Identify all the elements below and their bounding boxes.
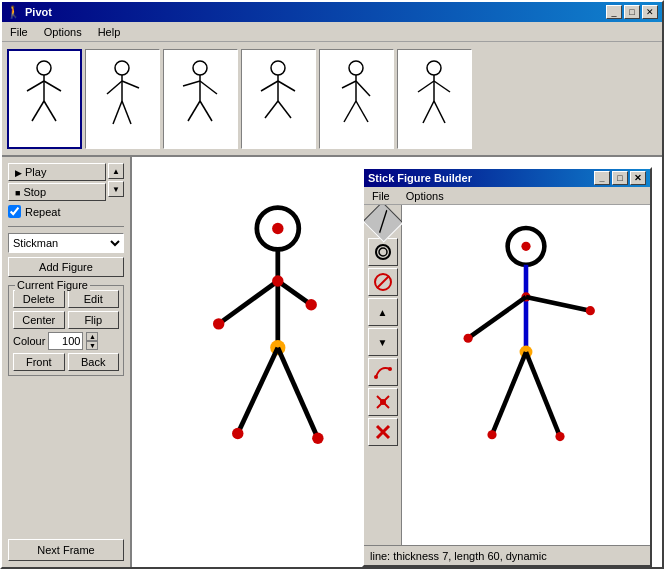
- repeat-row: Repeat: [8, 203, 106, 220]
- colour-spin-up[interactable]: ▲: [86, 332, 98, 341]
- canvas-area[interactable]: Stick Figure Builder _ □ ✕ File Options …: [132, 157, 662, 567]
- sfb-title-text: Stick Figure Builder: [368, 172, 472, 184]
- flip-button[interactable]: Flip: [68, 311, 120, 329]
- title-bar-text: 🚶 Pivot: [6, 5, 52, 19]
- sfb-toolbar: ╲ ▲ ▼: [364, 205, 402, 545]
- sfb-tool-down[interactable]: ▼: [368, 328, 398, 356]
- sfb-minimize-button[interactable]: _: [594, 171, 610, 185]
- colour-spin-down[interactable]: ▼: [86, 341, 98, 350]
- minimize-button[interactable]: _: [606, 5, 622, 19]
- colour-row: Colour ▲ ▼: [13, 332, 119, 350]
- svg-line-71: [468, 297, 526, 338]
- playback-section: Play Stop Repeat ▲ ▼: [8, 163, 124, 220]
- colour-label: Colour: [13, 335, 45, 347]
- play-label: Play: [25, 166, 46, 178]
- scroll-up-button[interactable]: ▲: [108, 163, 124, 179]
- scroll-down-button[interactable]: ▼: [108, 181, 124, 197]
- playback-buttons: Play Stop Repeat: [8, 163, 106, 220]
- window-title: Pivot: [25, 6, 52, 18]
- add-figure-button[interactable]: Add Figure: [8, 257, 124, 277]
- sfb-tool-curve[interactable]: [368, 358, 398, 386]
- sfb-tool-line[interactable]: ╲: [364, 205, 403, 243]
- sfb-tool-cross[interactable]: [368, 388, 398, 416]
- svg-line-14: [183, 81, 200, 86]
- left-panel: Play Stop Repeat ▲ ▼: [2, 157, 132, 567]
- frame-5[interactable]: [319, 49, 394, 149]
- back-button[interactable]: Back: [68, 353, 120, 371]
- sfb-tool-delete[interactable]: [368, 418, 398, 446]
- title-bar: 🚶 Pivot _ □ ✕: [2, 2, 662, 22]
- svg-point-67: [521, 242, 530, 251]
- sfb-tool-no[interactable]: [368, 268, 398, 296]
- frame-2[interactable]: [85, 49, 160, 149]
- sfb-canvas[interactable]: [402, 205, 650, 545]
- sfb-tool-up[interactable]: ▲: [368, 298, 398, 326]
- frame-3[interactable]: [163, 49, 238, 149]
- divider-1: [8, 226, 124, 227]
- frame-4[interactable]: [241, 49, 316, 149]
- figure-select[interactable]: Stickman: [8, 233, 124, 253]
- menu-help[interactable]: Help: [94, 25, 125, 39]
- svg-point-48: [272, 275, 283, 286]
- svg-line-9: [122, 81, 139, 88]
- sfb-maximize-button[interactable]: □: [612, 171, 628, 185]
- main-area: Play Stop Repeat ▲ ▼: [2, 157, 662, 567]
- maximize-button[interactable]: □: [624, 5, 640, 19]
- sfb-window: Stick Figure Builder _ □ ✕ File Options …: [362, 167, 652, 567]
- svg-line-15: [200, 81, 217, 94]
- svg-line-58: [377, 276, 389, 288]
- svg-point-18: [271, 61, 285, 75]
- frame-1[interactable]: [7, 49, 82, 149]
- svg-line-35: [434, 101, 445, 123]
- svg-line-29: [356, 101, 368, 122]
- sfb-canvas-svg: [402, 205, 650, 545]
- svg-point-6: [115, 61, 129, 75]
- svg-line-20: [261, 81, 278, 91]
- svg-point-55: [376, 245, 390, 259]
- next-frame-button[interactable]: Next Frame: [8, 539, 124, 561]
- svg-point-60: [388, 367, 392, 371]
- svg-line-73: [526, 297, 590, 311]
- svg-point-24: [349, 61, 363, 75]
- svg-line-21: [278, 81, 295, 91]
- sfb-title-bar: Stick Figure Builder _ □ ✕: [364, 169, 650, 187]
- center-button[interactable]: Center: [13, 311, 65, 329]
- menu-file[interactable]: File: [6, 25, 32, 39]
- app-icon: 🚶: [6, 5, 21, 19]
- current-figure-group: Current Figure Delete Edit Center Flip C…: [8, 285, 124, 376]
- front-button[interactable]: Front: [13, 353, 65, 371]
- current-figure-title: Current Figure: [15, 279, 90, 291]
- close-button[interactable]: ✕: [642, 5, 658, 19]
- frame-6[interactable]: [397, 49, 472, 149]
- stop-button[interactable]: Stop: [8, 183, 106, 201]
- stop-icon: [15, 186, 20, 198]
- colour-input[interactable]: [48, 332, 83, 350]
- svg-point-47: [312, 433, 323, 444]
- svg-line-5: [44, 101, 56, 121]
- svg-line-77: [526, 352, 560, 437]
- svg-line-46: [278, 348, 318, 439]
- edit-button[interactable]: Edit: [68, 290, 120, 308]
- center-flip-row: Center Flip: [13, 311, 119, 329]
- play-button[interactable]: Play: [8, 163, 106, 181]
- frames-strip: [2, 42, 662, 157]
- svg-line-75: [492, 352, 526, 435]
- svg-line-34: [423, 101, 434, 123]
- svg-point-74: [586, 306, 595, 315]
- menu-options[interactable]: Options: [40, 25, 86, 39]
- svg-line-40: [219, 281, 278, 324]
- svg-line-42: [278, 281, 311, 305]
- main-window: 🚶 Pivot _ □ ✕ File Options Help: [0, 0, 664, 569]
- sfb-menu-options[interactable]: Options: [402, 189, 448, 203]
- svg-line-27: [356, 81, 370, 96]
- svg-line-8: [107, 81, 122, 94]
- svg-point-63: [380, 399, 386, 405]
- repeat-checkbox[interactable]: [8, 205, 21, 218]
- svg-line-44: [238, 348, 278, 434]
- sfb-menu-file[interactable]: File: [368, 189, 394, 203]
- svg-line-23: [278, 101, 291, 118]
- svg-line-2: [27, 81, 44, 91]
- menu-bar: File Options Help: [2, 22, 662, 42]
- sfb-close-button[interactable]: ✕: [630, 171, 646, 185]
- delete-button[interactable]: Delete: [13, 290, 65, 308]
